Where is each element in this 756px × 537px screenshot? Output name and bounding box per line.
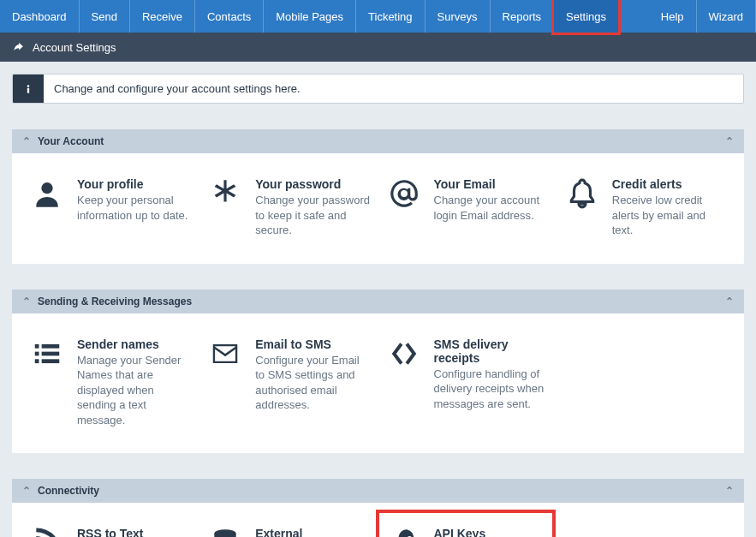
at-icon	[386, 177, 422, 238]
chevron-up-icon: ⌃	[725, 485, 734, 497]
section-account: ⌃ Your Account ⌃ Your profile Keep your …	[12, 129, 744, 264]
chevron-up-icon: ⌃	[22, 485, 31, 497]
nav-label: Dashboard	[12, 10, 67, 23]
svg-rect-3	[35, 344, 39, 349]
tile-title: External Connection	[255, 527, 370, 537]
tile-desc: Change your password to keep it safe and…	[255, 193, 370, 238]
svg-rect-4	[42, 344, 60, 349]
top-nav: Dashboard Send Receive Contacts Mobile P…	[0, 0, 756, 33]
tile-your-profile[interactable]: Your profile Keep your personal informat…	[29, 177, 192, 238]
tile-your-email[interactable]: Your Email Change your account login Ema…	[386, 177, 549, 238]
svg-point-2	[41, 182, 52, 194]
nav-help[interactable]: Help	[649, 0, 697, 33]
tile-title: SMS delivery receipts	[434, 337, 549, 365]
tile-title: Email to SMS	[255, 337, 370, 351]
chevron-up-icon: ⌃	[22, 135, 31, 147]
nav-label: Ticketing	[368, 10, 413, 23]
svg-rect-7	[35, 359, 39, 363]
svg-point-0	[27, 85, 30, 87]
key-icon	[386, 527, 422, 537]
tile-desc: Keep your personal information up to dat…	[77, 193, 192, 223]
svg-rect-6	[42, 351, 60, 355]
nav-label: Reports	[503, 10, 542, 23]
nav-label: Help	[661, 10, 684, 23]
tile-title: Sender names	[77, 337, 192, 351]
tile-external-connection[interactable]: External Connection Manage groups based …	[207, 527, 370, 537]
bell-icon	[564, 177, 600, 238]
info-banner: Change and configure your account settin…	[12, 74, 744, 104]
tile-credit-alerts[interactable]: Credit alerts Receive low credit alerts …	[564, 177, 727, 238]
rss-icon	[29, 527, 65, 537]
tile-title: Your profile	[77, 177, 192, 191]
database-icon	[207, 527, 243, 537]
chevron-up-icon: ⌃	[725, 135, 734, 147]
tile-desc: Change your account login Email address.	[434, 193, 549, 223]
tile-delivery-receipts[interactable]: SMS delivery receipts Configure handling…	[386, 337, 549, 428]
chevron-up-icon: ⌃	[725, 295, 734, 307]
nav-label: Settings	[566, 10, 606, 23]
tile-email-to-sms[interactable]: Email to SMS Configure your Email to SMS…	[207, 337, 370, 428]
tile-desc: Receive low credit alerts by email and t…	[612, 193, 727, 238]
share-icon	[12, 41, 24, 53]
tile-your-password[interactable]: Your password Change your password to ke…	[207, 177, 370, 238]
section-title: Connectivity	[38, 485, 99, 497]
section-connectivity: ⌃ Connectivity ⌃ RSS to Text Receive tex…	[12, 479, 744, 537]
section-body-messaging: Sender names Manage your Sender Names th…	[12, 313, 744, 454]
tile-sender-names[interactable]: Sender names Manage your Sender Names th…	[29, 337, 192, 428]
tile-title: Credit alerts	[612, 177, 727, 191]
section-head-connectivity[interactable]: ⌃ Connectivity ⌃	[12, 479, 744, 503]
section-title: Your Account	[38, 135, 104, 147]
info-icon	[13, 75, 44, 103]
nav-spacer	[619, 0, 649, 33]
nav-dashboard[interactable]: Dashboard	[0, 0, 80, 33]
svg-rect-5	[35, 351, 39, 355]
section-messaging: ⌃ Sending & Receiving Messages ⌃ Sender …	[12, 289, 744, 454]
subbar-title: Account Settings	[33, 41, 116, 54]
section-head-messaging[interactable]: ⌃ Sending & Receiving Messages ⌃	[12, 289, 744, 313]
tile-title: Your password	[255, 177, 370, 191]
code-icon	[386, 337, 422, 428]
nav-label: Mobile Pages	[276, 10, 343, 23]
tile-rss-to-text[interactable]: RSS to Text Receive text messages when a…	[29, 527, 192, 537]
nav-mobile-pages[interactable]: Mobile Pages	[264, 0, 356, 33]
nav-wizard[interactable]: Wizard	[697, 0, 756, 33]
tile-desc: Configure handling of delivery receipts …	[434, 367, 549, 412]
nav-label: Surveys	[438, 10, 478, 23]
subbar: Account Settings	[0, 33, 756, 62]
info-text: Change and configure your account settin…	[44, 75, 311, 103]
chevron-up-icon: ⌃	[22, 295, 31, 307]
nav-label: Receive	[142, 10, 182, 23]
tile-title: API Keys	[434, 527, 549, 537]
nav-receive[interactable]: Receive	[130, 0, 195, 33]
nav-label: Wizard	[709, 10, 743, 23]
nav-reports[interactable]: Reports	[491, 0, 555, 33]
tile-title: Your Email	[434, 177, 549, 191]
user-icon	[29, 177, 65, 238]
asterisk-icon	[207, 177, 243, 238]
section-body-connectivity: RSS to Text Receive text messages when a…	[12, 503, 744, 537]
nav-settings[interactable]: Settings	[554, 0, 619, 33]
envelope-icon	[207, 337, 243, 428]
nav-label: Contacts	[207, 10, 251, 23]
nav-send[interactable]: Send	[80, 0, 130, 33]
nav-contacts[interactable]: Contacts	[195, 0, 264, 33]
tile-desc: Manage your Sender Names that are displa…	[77, 353, 192, 428]
section-body-account: Your profile Keep your personal informat…	[12, 153, 744, 264]
nav-ticketing[interactable]: Ticketing	[356, 0, 426, 33]
content: Change and configure your account settin…	[0, 62, 756, 537]
section-title: Sending & Receiving Messages	[38, 295, 192, 307]
nav-surveys[interactable]: Surveys	[426, 0, 491, 33]
list-icon	[29, 337, 65, 428]
svg-rect-8	[42, 359, 60, 363]
nav-label: Send	[92, 10, 117, 23]
tile-title: RSS to Text	[77, 527, 192, 537]
tile-desc: Configure your Email to SMS settings and…	[255, 353, 370, 413]
svg-rect-1	[27, 87, 29, 92]
tile-api-keys[interactable]: API Keys Manage your API key connections…	[386, 527, 549, 537]
section-head-account[interactable]: ⌃ Your Account ⌃	[12, 129, 744, 153]
